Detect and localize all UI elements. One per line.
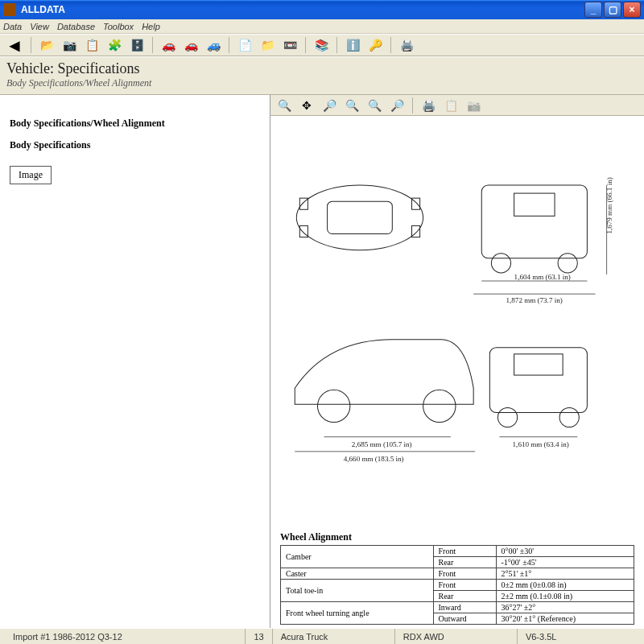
cell-param: Camber [281, 546, 434, 568]
cell-sub: Front [433, 580, 496, 591]
separator [31, 37, 31, 53]
device-icon[interactable]: 📼 [281, 36, 299, 54]
back-button[interactable]: ◀ [5, 36, 24, 54]
print-icon[interactable]: 🖨️ [398, 36, 415, 54]
separator [152, 37, 153, 53]
menu-data[interactable]: Data [3, 22, 22, 31]
list-icon[interactable]: 📋 [83, 36, 101, 54]
svg-point-0 [296, 185, 423, 250]
cell-sub: Outward [433, 613, 496, 625]
doc-icon[interactable]: 📄 [236, 36, 254, 54]
db-icon[interactable]: 🗄️ [128, 36, 146, 54]
cell-value: 2±2 mm (0.1±0.08 in) [496, 591, 634, 602]
zoom-in-icon[interactable]: 🔍 [275, 97, 293, 114]
main-area: Body Specifications/Wheel Alignment Body… [0, 95, 644, 628]
dim-overall-width: 1,872 mm (73.7 in) [506, 296, 563, 304]
pan-icon[interactable]: ✥ [298, 97, 316, 114]
tool-icon[interactable]: 🧩 [105, 36, 123, 54]
diagram: 1,604 mm (63.1 in) 1,872 mm (73.7 in) 1,… [270, 116, 644, 628]
menu-view[interactable]: View [30, 22, 49, 31]
menu-toolbox[interactable]: Toolbox [103, 22, 134, 31]
statusbar: Import #1 1986-2012 Q3-12 13 Acura Truck… [0, 628, 644, 644]
cell-value: 0±2 mm (0±0.08 in) [496, 580, 634, 591]
page-title: Vehicle: Specifications [6, 60, 638, 77]
window-buttons: _ ▢ × [584, 2, 641, 18]
cell-sub: Rear [433, 591, 496, 602]
cell-sub: Front [433, 568, 496, 580]
svg-point-13 [497, 407, 517, 427]
dim-height: 1,679 mm (66.1 in) [605, 177, 613, 233]
app-icon [3, 3, 16, 16]
table-row: Caster Front 2°51' ±1° [281, 568, 634, 580]
table-row: Total toe-in Front 0±2 mm (0±0.08 in) [281, 580, 634, 591]
zoom-out-icon[interactable]: 🔎 [388, 97, 406, 114]
separator [336, 37, 337, 53]
car-badge-icon[interactable]: 🚙 [204, 36, 222, 54]
page-header: Vehicle: Specifications Body Specificati… [0, 56, 644, 95]
image-button[interactable]: Image [10, 166, 52, 184]
svg-point-11 [423, 390, 456, 422]
status-db: Import #1 1986-2012 Q3-12 [5, 629, 246, 644]
svg-point-14 [559, 407, 579, 427]
menu-help[interactable]: Help [142, 22, 160, 31]
menubar: Data View Database Toolbox Help [0, 19, 644, 34]
table-title: Wheel Alignment [280, 531, 634, 543]
cell-sub: Front [433, 546, 496, 557]
zoom-100-icon[interactable]: 🔍 [365, 97, 383, 114]
breadcrumb: Body Specifications/Wheel Alignment [6, 77, 638, 89]
cell-value: 30°20' ±1° (Reference) [496, 613, 634, 625]
svg-rect-15 [514, 354, 564, 375]
status-make: Acura Truck [273, 629, 395, 644]
menu-database[interactable]: Database [57, 22, 95, 31]
car-red-icon[interactable]: 🚗 [182, 36, 200, 54]
separator [412, 97, 413, 114]
cell-value: -1°00' ±45' [496, 557, 634, 568]
table-row: Front wheel turning angle Inward 36°27' … [281, 602, 634, 613]
close-button[interactable]: × [623, 2, 641, 18]
stack-icon[interactable]: 📚 [312, 36, 330, 54]
zoom-area-icon[interactable]: 🔎 [320, 97, 338, 114]
separator [390, 37, 391, 53]
cell-sub: Rear [433, 557, 496, 568]
svg-rect-1 [328, 201, 393, 233]
minimize-button[interactable]: _ [584, 2, 602, 18]
separator [305, 37, 306, 53]
status-year: 13 [246, 629, 272, 644]
svg-point-10 [318, 390, 350, 422]
right-pane: 🔍 ✥ 🔎 🔍 🔍 🔎 🖨️ 📋 📷 [270, 95, 644, 628]
svg-rect-9 [514, 193, 555, 216]
dim-overall-length: 4,660 mm (183.5 in) [344, 455, 404, 463]
table-row: Camber Front 0°00' ±30' [281, 546, 634, 557]
left-pane: Body Specifications/Wheel Alignment Body… [0, 95, 270, 628]
camera-icon[interactable]: 📷 [60, 36, 78, 54]
image-toolbar: 🔍 ✥ 🔎 🔍 🔍 🔎 🖨️ 📋 📷 [270, 95, 644, 116]
window-title: ALLDATA [21, 4, 584, 15]
status-model: RDX AWD [395, 629, 518, 644]
cell-param: Total toe-in [281, 580, 434, 602]
svg-rect-12 [489, 348, 587, 413]
print-image-icon[interactable]: 🖨️ [419, 97, 437, 114]
cell-value: 0°00' ±30' [496, 546, 634, 557]
dim-top-width: 1,604 mm (63.1 in) [514, 273, 571, 281]
cell-value: 2°51' ±1° [496, 568, 634, 580]
snapshot-icon[interactable]: 📷 [464, 97, 482, 114]
dim-wheelbase: 2,685 mm (105.7 in) [352, 440, 412, 448]
left-crumb: Body Specifications/Wheel Alignment [10, 118, 260, 130]
copy-icon[interactable]: 📋 [442, 97, 460, 114]
svg-rect-6 [481, 185, 587, 258]
cell-value: 36°27' ±2° [496, 602, 634, 613]
open-icon[interactable]: 📂 [38, 36, 56, 54]
wheel-alignment-table: Wheel Alignment Camber Front 0°00' ±30' … [280, 531, 634, 625]
svg-point-7 [491, 254, 510, 273]
zoom-fit-icon[interactable]: 🔍 [343, 97, 361, 114]
car-blue-icon[interactable]: 🚗 [159, 36, 177, 54]
key-icon[interactable]: 🔑 [366, 36, 384, 54]
dim-track: 1,610 mm (63.4 in) [513, 440, 569, 448]
cell-sub: Inward [433, 602, 496, 613]
cell-param: Front wheel turning angle [281, 602, 434, 625]
titlebar: ALLDATA _ ▢ × [0, 0, 644, 19]
status-engine: V6-3.5L [518, 629, 639, 644]
maximize-button[interactable]: ▢ [604, 2, 621, 18]
info-icon[interactable]: ℹ️ [344, 36, 361, 54]
folder-icon[interactable]: 📁 [258, 36, 276, 54]
